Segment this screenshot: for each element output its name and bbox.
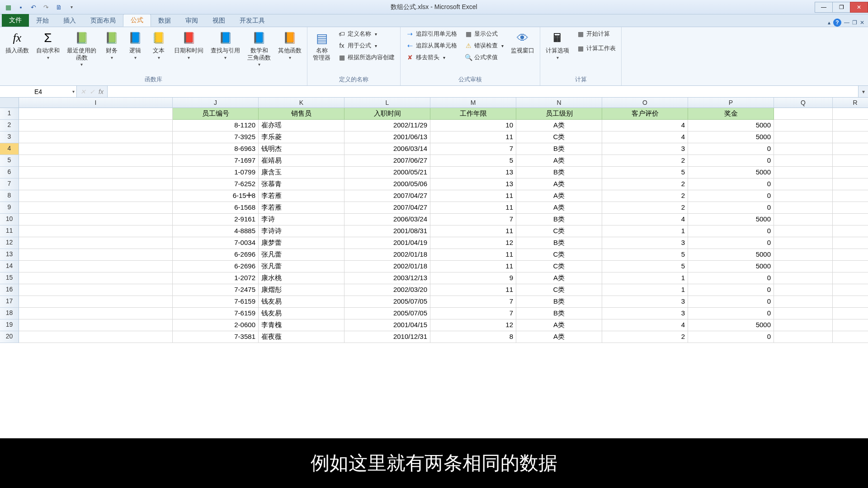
cell[interactable]: B类 [516,214,602,225]
cell[interactable]: A类 [516,178,602,190]
cell[interactable]: 6-158 [173,190,259,202]
cell[interactable]: 7-6159 [173,308,259,319]
calculation-options-button[interactable]: 🖩 计算选项 ▾ [544,29,571,61]
cell[interactable]: 0 [688,284,774,296]
qat-dropdown-icon[interactable]: ▾ [67,3,76,12]
cell[interactable]: 11 [430,202,516,214]
cell[interactable]: 0 [688,331,774,343]
cell[interactable] [19,202,173,214]
calculate-now-button[interactable]: ▦开始计算 [575,29,618,39]
remove-arrows-button[interactable]: ✘移去箭头▾ [404,52,459,62]
cell[interactable] [833,214,868,225]
cell[interactable]: 5000 [688,131,774,143]
cell[interactable]: 李青槐 [259,319,344,331]
cell[interactable]: 李诗诗 [259,225,344,237]
row-header[interactable]: 20 [0,331,19,343]
cell[interactable] [19,214,173,225]
formula-input[interactable] [108,86,858,97]
mdi-close-icon[interactable]: ✕ [860,19,864,26]
mdi-restore-icon[interactable]: ❐ [852,19,857,26]
cell[interactable] [19,131,173,143]
cell[interactable]: 2000/05/21 [344,167,430,178]
cell[interactable] [774,155,833,167]
table-header-cell[interactable]: 工作年限 [430,108,516,120]
name-manager-button[interactable]: ▤ 名称 管理器 [311,29,332,62]
cell[interactable] [19,249,173,261]
cell[interactable]: 李若雁 [259,190,344,202]
cell[interactable]: 崔亦瑶 [259,120,344,131]
cell[interactable]: 2001/04/15 [344,319,430,331]
cell[interactable]: 0 [688,308,774,319]
tab-page-layout[interactable]: 页面布局 [83,15,123,27]
row-header[interactable]: 18 [0,308,19,319]
column-header[interactable]: M [430,98,516,108]
cell[interactable] [774,131,833,143]
cell[interactable]: 2002/01/18 [344,249,430,261]
save-icon[interactable]: ▪ [16,3,25,12]
cell[interactable]: 12 [430,319,516,331]
cell[interactable]: 2003/12/13 [344,272,430,284]
cell[interactable] [19,308,173,319]
cell[interactable]: 康熠彤 [259,284,344,296]
row-header[interactable]: 13 [0,249,19,261]
cell-grid[interactable]: IJKLMNOPQR1员工编号销售员入职时间工作年限员工级别客户评价奖金28-1… [0,98,868,343]
tab-insert[interactable]: 插入 [56,15,83,27]
cell[interactable]: 9 [430,272,516,284]
file-tab[interactable]: 文件 [2,14,29,27]
cell[interactable]: 0 [688,272,774,284]
cell[interactable]: B类 [516,308,602,319]
cell[interactable] [19,155,173,167]
cell[interactable] [833,202,868,214]
cell[interactable]: 李诗 [259,214,344,225]
cell[interactable]: 崔靖易 [259,155,344,167]
show-formulas-button[interactable]: ▦显示公式 [462,29,505,39]
cell[interactable]: 2005/07/05 [344,296,430,308]
row-header[interactable]: 10 [0,214,19,225]
cell[interactable] [833,167,868,178]
cell[interactable]: 13 [430,178,516,190]
cell[interactable]: 6-2696 [173,261,259,272]
row-header[interactable]: 2 [0,120,19,131]
cell[interactable]: 2002/11/29 [344,120,430,131]
cell[interactable]: 1-2072 [173,272,259,284]
row-header[interactable]: 9 [0,202,19,214]
cell[interactable]: 12 [430,237,516,249]
cell[interactable]: 8-6963 [173,143,259,155]
cell[interactable]: 2002/03/20 [344,284,430,296]
tab-data[interactable]: 数据 [151,15,178,27]
cell[interactable]: 0 [688,237,774,249]
tab-developer[interactable]: 开发工具 [232,15,272,27]
cell[interactable]: A类 [516,120,602,131]
cell[interactable]: 2 [602,202,688,214]
table-header-cell[interactable]: 员工级别 [516,108,602,120]
cell[interactable]: 钱明杰 [259,143,344,155]
cell[interactable]: 7 [430,214,516,225]
cell[interactable]: 5 [430,155,516,167]
cell[interactable]: 7-1697 [173,155,259,167]
cell[interactable] [774,261,833,272]
cell[interactable]: 2006/03/24 [344,214,430,225]
cell[interactable]: 5 [602,249,688,261]
cell[interactable] [774,272,833,284]
cell[interactable] [833,308,868,319]
cell[interactable]: 2-0600 [173,319,259,331]
cell[interactable]: 2 [602,155,688,167]
cell[interactable]: 5000 [688,249,774,261]
cell[interactable] [833,120,868,131]
column-header[interactable]: N [516,98,602,108]
cell[interactable]: B类 [516,143,602,155]
calculate-sheet-button[interactable]: ▦计算工作表 [575,43,618,53]
cell[interactable] [833,272,868,284]
cell[interactable]: 8 [430,331,516,343]
cell[interactable] [833,143,868,155]
cell[interactable]: 2010/12/31 [344,331,430,343]
tab-home[interactable]: 开始 [29,15,56,27]
row-header[interactable]: 17 [0,296,19,308]
cell[interactable] [19,225,173,237]
cell[interactable]: 7-3925 [173,131,259,143]
cell[interactable] [833,331,868,343]
mdi-minimize-icon[interactable]: — [844,19,849,26]
cell[interactable]: 5000 [688,120,774,131]
column-header[interactable]: P [688,98,774,108]
minimize-ribbon-icon[interactable]: ▴ [828,19,830,26]
